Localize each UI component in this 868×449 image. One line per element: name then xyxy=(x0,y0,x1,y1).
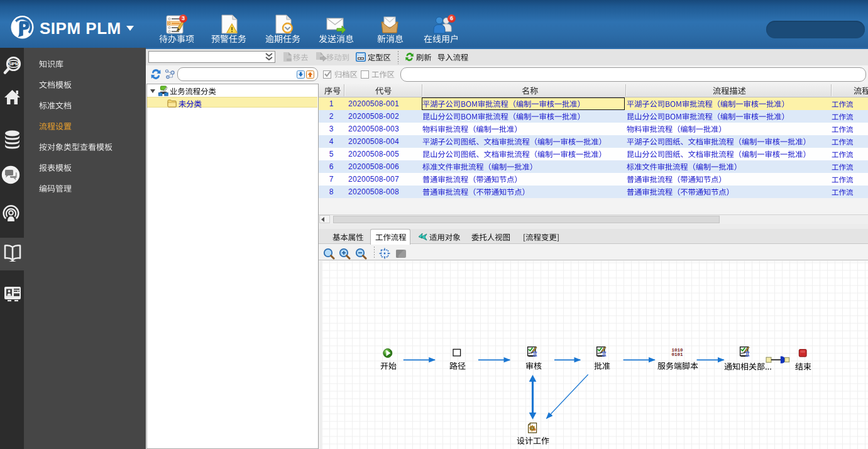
svg-text:0101: 0101 xyxy=(671,352,683,357)
svg-text:SIPM: SIPM xyxy=(9,61,19,67)
